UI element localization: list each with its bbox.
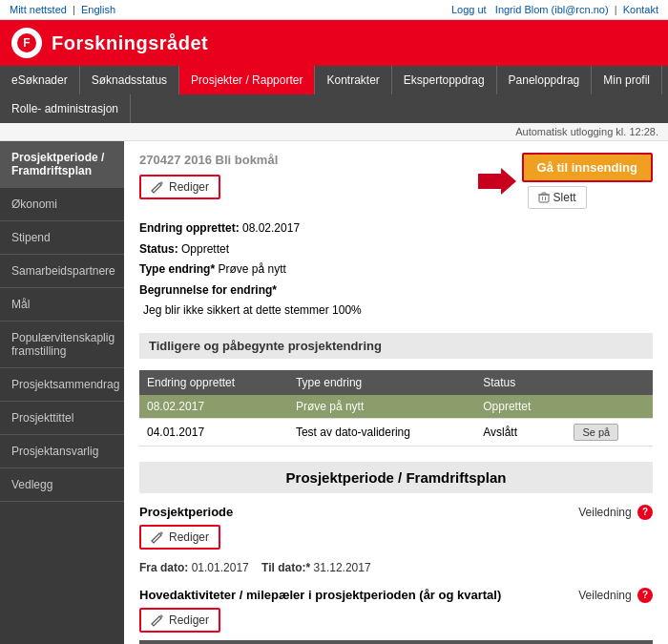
row1-type: Prøve på nytt — [288, 395, 475, 419]
sidebar-item-vedlegg[interactable]: Vedlegg — [0, 468, 124, 502]
top-bar-left: Mitt nettsted | English — [10, 4, 115, 15]
auto-logout: Automatisk utlogging kl. 12:28. — [0, 123, 668, 141]
tab-kontrakter[interactable]: Kontrakter — [315, 66, 391, 94]
sidebar-item-samarbeidspartnere[interactable]: Samarbeidspartnere — [0, 255, 124, 288]
previous-section-header: Tidligere og påbegynte prosjektendring — [139, 333, 653, 359]
col-status: Status — [475, 370, 566, 395]
info-section: Endring opprettet: 08.02.2017 Status: Op… — [139, 218, 653, 322]
tab-soknadsstatus[interactable]: Søknadsstatus — [80, 66, 179, 94]
svg-text:F: F — [23, 36, 30, 50]
prosjektperiode-section: Veiledning ? Prosjektperiode Rediger Fra… — [139, 505, 653, 574]
sidebar-item-mal[interactable]: Mål — [0, 288, 124, 322]
pencil-icon-3 — [151, 613, 164, 627]
begrunnelse-value: Jeg blir ikke sikkert at dette stemmer 1… — [143, 301, 653, 322]
pencil-icon-2 — [151, 530, 164, 544]
main-content: 270427 2016 Bli bokmål Rediger — [124, 141, 668, 644]
layout: Prosjektperiode / Framdriftsplan Økonomi… — [0, 141, 668, 644]
user-link[interactable]: Ingrid Blom (ibl@rcn.no) — [495, 4, 609, 15]
mitt-nettsted-link[interactable]: Mitt nettsted — [10, 4, 67, 15]
fra-value: 01.01.2017 — [192, 561, 249, 574]
fra-label: Fra dato: — [139, 561, 188, 574]
sidebar-item-prosjektperiode[interactable]: Prosjektperiode / Framdriftsplan — [0, 141, 124, 188]
til-label: Til dato:* — [261, 561, 310, 574]
row1-endring: 08.02.2017 — [139, 395, 288, 419]
header: F Forskningsrådet — [0, 20, 668, 66]
row2-endring: 04.01.2017 — [139, 418, 288, 446]
slett-button[interactable]: Slett — [528, 186, 587, 209]
contact-link[interactable]: Kontakt — [623, 4, 658, 15]
table-row: 08.02.2017 Prøve på nytt Opprettet — [139, 395, 653, 419]
row2-type: Test av dato-validering — [288, 418, 475, 446]
tab-prosjekter[interactable]: Prosjekter / Rapporter — [179, 66, 315, 94]
rediger-button-prosjektperiode[interactable]: Rediger — [139, 525, 220, 550]
col-actions — [566, 370, 653, 395]
begrunnelse-label: Begrunnelse for endring* — [139, 283, 277, 297]
nav-tabs: eSøknader Søknadsstatus Prosjekter / Rap… — [0, 66, 668, 123]
tab-esoknader[interactable]: eSøknader — [0, 66, 80, 94]
sidebar-item-prosjektsammendrag[interactable]: Prosjektsammendrag — [0, 368, 124, 402]
tab-paneloppdrag[interactable]: Paneloppdrag — [497, 66, 593, 94]
endring-opprettet-value: 08.02.2017 — [242, 221, 300, 235]
submit-arrow — [478, 168, 516, 195]
activities-title: Hovedaktiviteter / milepæler i prosjektp… — [139, 588, 653, 602]
sidebar: Prosjektperiode / Framdriftsplan Økonomi… — [0, 141, 124, 644]
pencil-icon — [151, 180, 164, 194]
rediger-button-activities[interactable]: Rediger — [139, 608, 220, 633]
sepa-button[interactable]: Se på — [574, 424, 618, 441]
status-label: Status: — [139, 242, 178, 256]
veiledning-icon-2[interactable]: ? — [637, 588, 653, 603]
svg-rect-3 — [539, 195, 549, 202]
act-col-til-q — [617, 640, 653, 644]
arrow-icon — [478, 168, 516, 195]
til-value: 31.12.2017 — [314, 561, 371, 574]
veiledning-prosjektperiode: Veiledning ? — [578, 505, 653, 520]
veiledning-activities: Veiledning ? — [578, 588, 653, 603]
veiledning-icon[interactable]: ? — [637, 505, 653, 520]
sidebar-item-stipend[interactable]: Stipend — [0, 221, 124, 255]
tab-ekspertoppdrag[interactable]: Ekspertoppdrag — [392, 66, 497, 94]
status-value: Opprettet — [181, 242, 229, 256]
header-title: Forskningsrådet — [52, 32, 208, 54]
sidebar-item-populaer[interactable]: Populærvitenskaplig framstilling — [0, 322, 124, 368]
col-endring-opprettet: Endring opprettet — [139, 370, 288, 395]
trash-icon — [538, 192, 550, 203]
act-col-label: Hovedaktiviteter / milepæler* — [188, 640, 450, 644]
row1-action — [566, 395, 653, 419]
tab-minprofil[interactable]: Min profil — [592, 66, 662, 94]
previous-table: Endring opprettet Type endring Status 08… — [139, 370, 653, 447]
act-col-til: Til — [552, 640, 617, 644]
prosjektperiode-title: Prosjektperiode — [139, 505, 653, 519]
sidebar-item-okonomi[interactable]: Økonomi — [0, 188, 124, 221]
table-row: 04.01.2017 Test av dato-validering Avslå… — [139, 418, 653, 446]
activities-table: Nr. Hovedaktiviteter / milepæler* Fra Ti… — [139, 640, 653, 644]
type-endring-value: Prøve på nytt — [218, 262, 285, 276]
english-link[interactable]: English — [81, 4, 115, 15]
row1-status: Opprettet — [475, 395, 566, 419]
logout-link[interactable]: Logg ut — [451, 4, 487, 15]
top-bar-right: Logg ut Ingrid Blom (ibl@rcn.no) | Konta… — [451, 4, 658, 15]
tab-rolle[interactable]: Rolle- administrasjon — [0, 94, 131, 123]
box-section-title: Prosjektperiode / Framdriftsplan — [286, 469, 507, 486]
project-title: 270427 2016 Bli bokmål — [139, 153, 278, 167]
act-col-nr: Nr. — [139, 640, 188, 644]
svg-marker-2 — [478, 168, 516, 195]
rediger-button-top[interactable]: Rediger — [139, 175, 220, 199]
activities-section: Veiledning ? Hovedaktiviteter / milepæle… — [139, 588, 653, 644]
act-col-fra: Fra — [450, 640, 516, 644]
col-type-endring: Type endring — [288, 370, 475, 395]
row2-action: Se på — [566, 418, 653, 446]
sidebar-item-prosjektansvarlig[interactable]: Prosjektansvarlig — [0, 435, 124, 468]
logo-icon: F — [16, 32, 37, 53]
endring-opprettet-label: Endring opprettet: — [139, 221, 240, 235]
logo: F — [11, 28, 42, 58]
top-bar: Mitt nettsted | English Logg ut Ingrid B… — [0, 0, 668, 20]
sidebar-item-prosjekttittel[interactable]: Prosjekttittel — [0, 402, 124, 435]
act-col-fra-q — [516, 640, 552, 644]
type-endring-label: Type endring* — [139, 262, 215, 276]
submit-button[interactable]: Gå til innsending — [522, 153, 653, 182]
proj-date: Fra dato: 01.01.2017 Til dato:* 31.12.20… — [139, 561, 653, 574]
row2-status: Avslått — [475, 418, 566, 446]
